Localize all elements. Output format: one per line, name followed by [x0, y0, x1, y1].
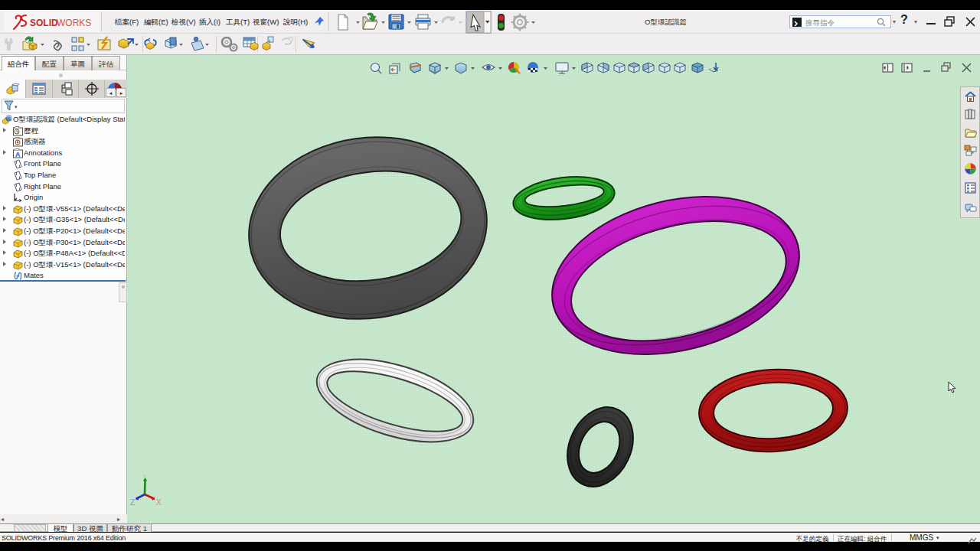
svg-text:A: A: [15, 150, 21, 158]
svg-text:SOLID: SOLID: [30, 18, 58, 28]
svg-text:X: X: [156, 498, 162, 507]
svg-text:Z: Z: [130, 498, 135, 507]
svg-text:WORKS: WORKS: [57, 18, 91, 28]
